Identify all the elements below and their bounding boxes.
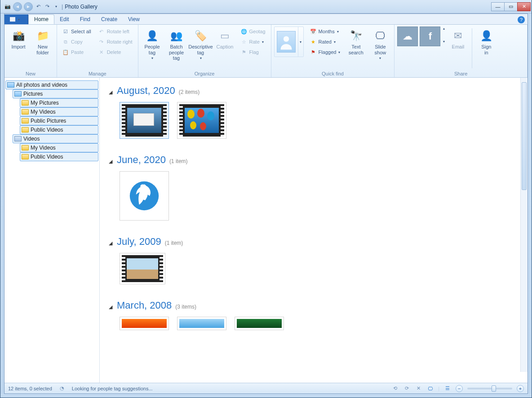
- rotate-left-icon: ↶: [98, 28, 105, 35]
- flag-button[interactable]: ⚑Flag: [238, 47, 268, 57]
- gallery-icon: [7, 82, 14, 88]
- svg-point-0: [283, 36, 289, 42]
- tab-edit[interactable]: Edit: [54, 14, 75, 24]
- onedrive-tile[interactable]: ☁: [397, 27, 418, 46]
- thumb-image[interactable]: [235, 317, 284, 330]
- help-icon[interactable]: ?: [518, 16, 525, 23]
- tree-videos[interactable]: Videos: [13, 134, 98, 143]
- clock-icon: ◔: [58, 385, 66, 392]
- user-icon: 👤: [479, 29, 493, 43]
- person-icon: 👤: [145, 29, 160, 43]
- flag-icon: ⚑: [310, 49, 316, 55]
- people-filter[interactable]: ▾: [274, 27, 304, 57]
- month-count: (3 items): [175, 304, 196, 310]
- binoculars-icon: 🔭: [349, 29, 363, 43]
- descriptive-tag-button[interactable]: 🏷️ Descriptive tag▾: [190, 27, 212, 70]
- thumb-video[interactable]: [120, 102, 169, 139]
- share-more-up[interactable]: ▴: [443, 27, 445, 31]
- rated-filter[interactable]: ★Rated ▾: [307, 37, 343, 47]
- thumb-video[interactable]: [177, 102, 226, 139]
- import-button[interactable]: 📸 Import: [7, 27, 30, 70]
- close-button[interactable]: ✕: [517, 2, 531, 11]
- share-more-down[interactable]: ▾: [443, 40, 445, 44]
- select-all-button[interactable]: ☑Select all: [60, 27, 94, 36]
- month-count: (1 item): [169, 158, 188, 164]
- rotate-right-button[interactable]: ↷Rotate right: [96, 37, 135, 47]
- rotate-right-icon[interactable]: ⟳: [403, 385, 410, 392]
- collapse-icon[interactable]: ◢: [109, 89, 112, 95]
- tab-view[interactable]: View: [123, 14, 145, 24]
- thumb-image[interactable]: [177, 317, 226, 330]
- vertical-scrollbar[interactable]: [520, 78, 528, 372]
- rate-button[interactable]: ☆Rate ▾: [238, 37, 268, 47]
- collapse-icon[interactable]: ◢: [109, 159, 112, 164]
- email-button[interactable]: ✉ Email: [447, 27, 469, 70]
- minimize-button[interactable]: —: [491, 2, 505, 11]
- paste-button[interactable]: 📋Paste: [60, 47, 94, 57]
- folder-icon: [22, 127, 29, 133]
- redo-button[interactable]: ↷: [44, 3, 51, 10]
- people-icon: 👥: [169, 29, 184, 43]
- qat-dropdown[interactable]: ▾: [53, 3, 60, 10]
- collapse-icon[interactable]: ◢: [109, 240, 112, 246]
- slide-show-button[interactable]: 🖵 Slide show▾: [369, 27, 391, 70]
- people-tag-button[interactable]: 👤 People tag▾: [141, 27, 164, 70]
- text-search-button[interactable]: 🔭 Text search: [345, 27, 367, 70]
- zoom-in-button[interactable]: +: [517, 385, 524, 392]
- back-button[interactable]: ◄: [13, 2, 22, 11]
- ribbon-tabs: ▾ Home Edit Find Create View ?: [4, 14, 528, 25]
- tree-public-videos[interactable]: Public Videos: [20, 125, 98, 134]
- maximize-button[interactable]: ▭: [504, 2, 518, 11]
- tree-public-pictures[interactable]: Public Pictures: [20, 116, 98, 125]
- gallery[interactable]: ◢August, 2020(2 items) ◢June, 2020(: [100, 78, 528, 383]
- month-title[interactable]: July, 2009: [117, 236, 161, 248]
- tree-my-videos-2[interactable]: My Videos: [20, 143, 98, 152]
- collapse-icon[interactable]: ◢: [109, 304, 112, 310]
- tree-pictures[interactable]: Pictures: [13, 89, 98, 98]
- zoom-out-button[interactable]: −: [456, 385, 463, 392]
- sign-in-button[interactable]: 👤 Sign in: [475, 27, 497, 70]
- rotate-left-icon[interactable]: ⟲: [391, 385, 399, 392]
- batch-people-tag-button[interactable]: 👥 Batch people tag: [165, 27, 188, 70]
- file-tab[interactable]: ▾: [4, 14, 28, 24]
- geotag-button[interactable]: 🌐Geotag: [238, 27, 268, 36]
- folder-icon: [22, 100, 29, 106]
- facebook-tile[interactable]: f: [420, 27, 440, 46]
- tree-public-videos-2[interactable]: Public Videos: [20, 152, 98, 161]
- new-folder-button[interactable]: 📁 New folder: [31, 27, 54, 70]
- scrollbar-thumb[interactable]: [522, 82, 527, 190]
- folder-icon: [22, 154, 29, 159]
- mail-icon: ✉: [451, 29, 465, 43]
- month-title[interactable]: June, 2020: [117, 154, 166, 166]
- tab-create[interactable]: Create: [96, 14, 123, 24]
- copy-button[interactable]: ⧉Copy: [60, 37, 94, 47]
- slideshow-icon[interactable]: 🖵: [426, 385, 434, 392]
- rotate-right-icon: ↷: [98, 39, 105, 45]
- delete-button[interactable]: ✕Delete: [96, 47, 135, 57]
- month-title[interactable]: August, 2020: [117, 85, 175, 97]
- forward-button[interactable]: ►: [24, 2, 33, 11]
- select-all-icon: ☑: [62, 28, 69, 35]
- slider-thumb[interactable]: [492, 385, 496, 392]
- months-filter[interactable]: 📅Months ▾: [307, 27, 343, 36]
- paste-icon: 📋: [62, 49, 69, 55]
- caption-button[interactable]: ▭ Caption: [214, 27, 236, 70]
- thumb-image[interactable]: [120, 171, 169, 221]
- thumb-video[interactable]: [120, 253, 165, 284]
- rotate-left-button[interactable]: ↶Rotate left: [96, 27, 135, 36]
- delete-icon[interactable]: ✕: [415, 385, 422, 392]
- undo-button[interactable]: ↶: [35, 3, 42, 10]
- delete-icon: ✕: [98, 49, 105, 55]
- tree-my-pictures[interactable]: My Pictures: [20, 98, 98, 107]
- details-view-icon[interactable]: ☰: [444, 385, 451, 392]
- month-title[interactable]: March, 2008: [117, 300, 172, 311]
- tab-find[interactable]: Find: [75, 14, 96, 24]
- zoom-slider[interactable]: [467, 388, 512, 389]
- tree-root[interactable]: All photos and videos: [5, 80, 98, 89]
- tab-home[interactable]: Home: [28, 14, 54, 24]
- titlebar: 📷 ◄ ► ↶ ↷ ▾ | Photo Gallery — ▭ ✕: [0, 0, 532, 13]
- flagged-filter[interactable]: ⚑Flagged ▾: [307, 47, 343, 57]
- thumb-image[interactable]: [120, 317, 169, 330]
- tree-my-videos[interactable]: My Videos: [20, 107, 98, 116]
- camera-icon: 📸: [11, 29, 26, 43]
